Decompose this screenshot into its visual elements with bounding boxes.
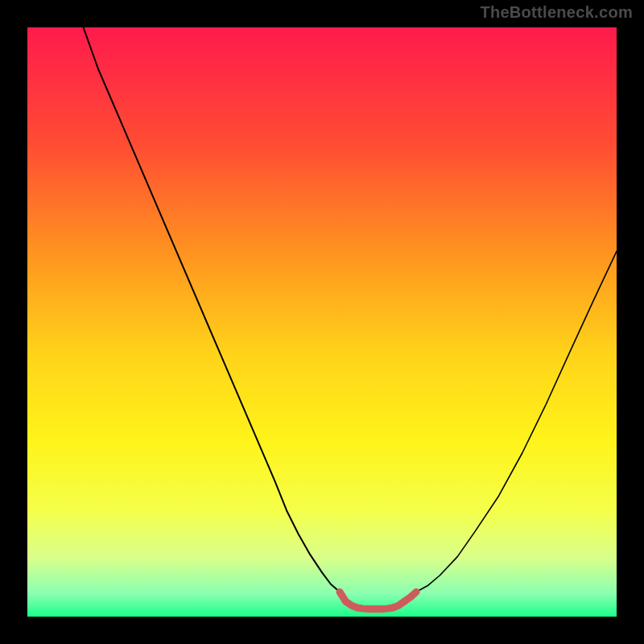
watermark-text: TheBottleneck.com	[480, 3, 633, 22]
bottleneck-chart	[0, 0, 644, 644]
gradient-background	[27, 27, 617, 617]
chart-container: TheBottleneck.com	[0, 0, 644, 644]
